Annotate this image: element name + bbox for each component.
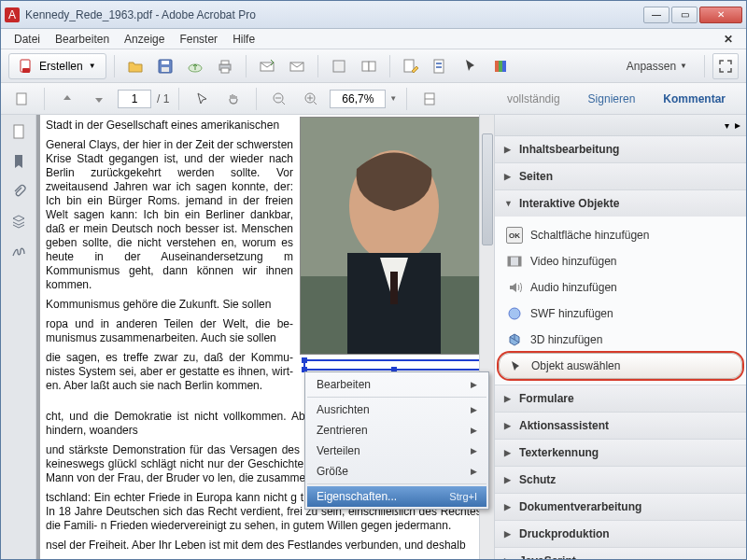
fit-button[interactable] bbox=[416, 86, 443, 112]
bookmark-panel-button[interactable] bbox=[7, 150, 30, 173]
forms-button[interactable] bbox=[428, 53, 454, 79]
tool-add-3d[interactable]: 3D hinzufügen bbox=[499, 327, 742, 353]
panel-menu-icon[interactable]: ▾ bbox=[725, 120, 729, 131]
panel-druckproduktion[interactable]: ▶Druckproduktion bbox=[495, 521, 746, 547]
panel-schutz[interactable]: ▶Schutz bbox=[495, 467, 746, 493]
chevron-right-icon: ▶ bbox=[504, 172, 514, 181]
selected-object-frame[interactable] bbox=[303, 359, 485, 371]
hand-tool-button[interactable] bbox=[220, 86, 247, 112]
select-tool-button[interactable] bbox=[458, 53, 484, 79]
panel-collapse-icon[interactable]: ▸ bbox=[735, 119, 740, 132]
color-button[interactable] bbox=[487, 53, 514, 79]
panel-aktionsassistent[interactable]: ▶Aktionsassistent bbox=[495, 413, 746, 439]
minimize-button[interactable]: — bbox=[643, 7, 669, 23]
customize-label: Anpassen bbox=[627, 60, 676, 73]
cube-icon bbox=[506, 331, 523, 348]
menu-anzeige[interactable]: Anzeige bbox=[117, 31, 172, 48]
page-thumb-icon bbox=[10, 123, 27, 140]
prev-page-button[interactable] bbox=[54, 86, 80, 112]
panel-inhaltsbearbeitung[interactable]: ▶Inhaltsbearbeitung bbox=[495, 136, 746, 162]
ctx-zentrieren[interactable]: Zentrieren▶ bbox=[307, 420, 486, 441]
panel-texterkennung[interactable]: ▶Texterkennung bbox=[495, 440, 746, 466]
page-icon bbox=[14, 91, 29, 106]
svg-rect-6 bbox=[162, 67, 169, 72]
menu-fenster[interactable]: Fenster bbox=[172, 31, 225, 48]
audio-icon bbox=[506, 279, 523, 296]
zoom-out-button[interactable] bbox=[266, 86, 292, 112]
print-button[interactable] bbox=[212, 53, 238, 79]
scrollbar-thumb[interactable] bbox=[482, 133, 493, 245]
expand-icon bbox=[719, 60, 732, 73]
svg-rect-10 bbox=[221, 68, 229, 73]
close-button[interactable]: ✕ bbox=[699, 7, 742, 23]
tool-add-swf[interactable]: SWF hinzufügen bbox=[499, 301, 742, 327]
envelope-arrow-icon bbox=[259, 58, 275, 75]
tool-add-video[interactable]: Video hinzufügen bbox=[499, 248, 742, 274]
ctx-verteilen[interactable]: Verteilen▶ bbox=[307, 441, 486, 461]
thumbnail-panel-button[interactable] bbox=[7, 120, 30, 143]
tool-select-object[interactable]: Objekt auswählen bbox=[499, 353, 742, 379]
panel-dokumentverarbeitung[interactable]: ▶Dokumentverarbeitung bbox=[495, 494, 746, 520]
zoom-input[interactable] bbox=[330, 90, 386, 108]
email-button[interactable] bbox=[284, 53, 310, 79]
menu-hilfe[interactable]: Hilfe bbox=[225, 31, 262, 48]
video-icon bbox=[506, 253, 523, 270]
svg-rect-23 bbox=[502, 61, 506, 72]
panel-label: Druckproduktion bbox=[519, 527, 610, 540]
save-button[interactable] bbox=[152, 53, 178, 79]
page-input[interactable] bbox=[118, 90, 151, 108]
panel-formulare[interactable]: ▶Formulare bbox=[495, 385, 746, 412]
layers-panel-button[interactable] bbox=[7, 210, 30, 232]
ctx-groesse[interactable]: Größe▶ bbox=[307, 461, 486, 482]
doc-text: Stadt in der Gesellschaft eines amerikan… bbox=[46, 119, 293, 133]
edit-text-button[interactable] bbox=[398, 53, 424, 79]
tool-add-button[interactable]: OKSchaltfläche hinzufügen bbox=[499, 222, 742, 248]
ctx-ausrichten[interactable]: Ausrichten▶ bbox=[307, 399, 486, 420]
ctx-bearbeiten[interactable]: Bearbeiten▶ bbox=[307, 374, 486, 395]
attach-button[interactable] bbox=[254, 53, 280, 79]
paperclip-icon bbox=[10, 183, 27, 200]
fit-icon bbox=[422, 91, 437, 106]
open-button[interactable] bbox=[122, 53, 148, 79]
text-edit-icon bbox=[402, 58, 419, 75]
create-button[interactable]: Erstellen ▼ bbox=[8, 53, 106, 79]
panel-seiten[interactable]: ▶Seiten bbox=[495, 163, 746, 189]
select-mode-button[interactable] bbox=[189, 86, 215, 112]
tab-signieren[interactable]: Signieren bbox=[575, 85, 649, 113]
next-page-button[interactable] bbox=[86, 86, 112, 112]
maximize-button[interactable]: ▭ bbox=[671, 7, 698, 23]
fullscreen-button[interactable] bbox=[712, 53, 739, 79]
thumbnails-button[interactable] bbox=[8, 86, 35, 112]
menu-bearbeiten[interactable]: Bearbeiten bbox=[48, 31, 117, 48]
signatures-panel-button[interactable] bbox=[7, 240, 30, 262]
zoom-in-button[interactable] bbox=[298, 86, 324, 112]
menu-datei[interactable]: Datei bbox=[7, 31, 48, 48]
ctx-label: Größe bbox=[317, 465, 348, 478]
panel-label: Schutz bbox=[519, 473, 556, 486]
combine-button[interactable] bbox=[356, 53, 382, 79]
tools-panel: ▾ ▸ ▶Inhaltsbearbeitung ▶Seiten ▼Interak… bbox=[494, 115, 746, 559]
panel-interaktive-objekte[interactable]: ▼Interaktive Objekte bbox=[495, 190, 746, 217]
panel-label: Formulare bbox=[519, 392, 574, 405]
scan-button[interactable] bbox=[326, 53, 352, 79]
doc-text: die sagen, es treffe zwar zu, daß der Ko… bbox=[46, 351, 293, 393]
panel-javascript[interactable]: ▶JavaScript bbox=[495, 548, 746, 559]
cloud-button[interactable] bbox=[182, 53, 208, 79]
ctx-eigenschaften[interactable]: Eigenschaften...Strg+I bbox=[307, 486, 486, 507]
cloud-icon bbox=[187, 58, 204, 75]
svg-rect-24 bbox=[17, 93, 26, 105]
menubar-close-icon[interactable]: ✕ bbox=[716, 31, 740, 48]
doc-text: Kommunismus gehöre die Zukunft. Sie soll… bbox=[46, 298, 293, 312]
attachment-panel-button[interactable] bbox=[7, 180, 30, 203]
customize-button[interactable]: Anpassen ▼ bbox=[617, 54, 697, 78]
tab-vollstaendig[interactable]: vollständig bbox=[494, 85, 573, 113]
page-total: / 1 bbox=[157, 92, 169, 105]
document-view[interactable]: Stadt in der Gesellschaft eines amerikan… bbox=[36, 115, 494, 559]
hand-icon bbox=[226, 91, 241, 106]
ctx-label: Eigenschaften... bbox=[317, 490, 397, 503]
tool-add-audio[interactable]: Audio hinzufügen bbox=[499, 274, 742, 301]
panel-label: JavaScript bbox=[519, 554, 576, 559]
svg-rect-22 bbox=[499, 61, 502, 72]
tab-kommentar[interactable]: Kommentar bbox=[650, 85, 739, 113]
chevron-right-icon: ▶ bbox=[504, 394, 514, 403]
